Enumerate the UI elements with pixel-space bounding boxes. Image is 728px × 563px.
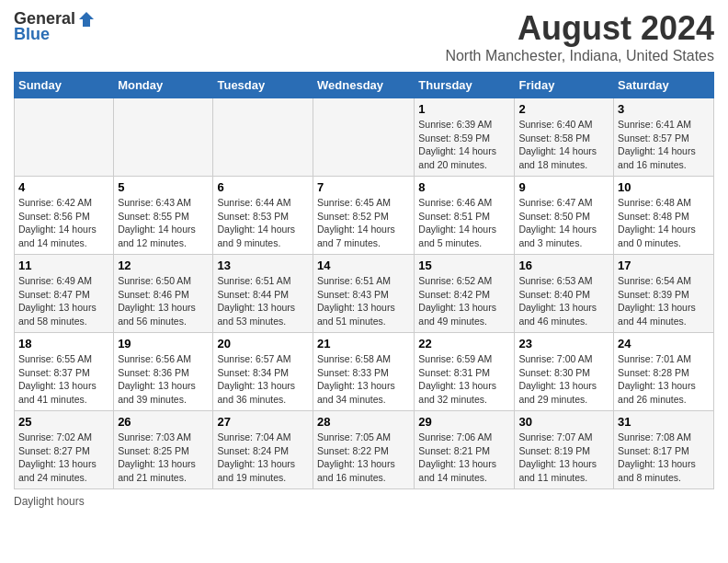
logo-icon bbox=[77, 10, 96, 29]
calendar-cell: 6Sunrise: 6:44 AM Sunset: 8:53 PM Daylig… bbox=[213, 177, 313, 255]
calendar-cell: 7Sunrise: 6:45 AM Sunset: 8:52 PM Daylig… bbox=[313, 177, 415, 255]
day-number: 25 bbox=[18, 415, 109, 429]
cell-content: Sunrise: 7:08 AM Sunset: 8:17 PM Dayligh… bbox=[618, 431, 710, 485]
calendar-header: SundayMondayTuesdayWednesdayThursdayFrid… bbox=[15, 73, 714, 98]
calendar-cell: 22Sunrise: 6:59 AM Sunset: 8:31 PM Dayli… bbox=[415, 333, 515, 411]
day-number: 26 bbox=[118, 415, 209, 429]
day-number: 4 bbox=[18, 180, 109, 194]
day-number: 23 bbox=[518, 337, 609, 350]
day-number: 17 bbox=[618, 259, 710, 272]
calendar-cell: 23Sunrise: 7:00 AM Sunset: 8:30 PM Dayli… bbox=[515, 333, 614, 411]
day-header-saturday: Saturday bbox=[614, 73, 714, 98]
calendar-cell: 2Sunrise: 6:40 AM Sunset: 8:58 PM Daylig… bbox=[515, 98, 614, 177]
day-number: 24 bbox=[618, 337, 710, 350]
cell-content: Sunrise: 7:00 AM Sunset: 8:30 PM Dayligh… bbox=[518, 352, 609, 407]
day-number: 15 bbox=[418, 259, 510, 272]
cell-content: Sunrise: 6:55 AM Sunset: 8:37 PM Dayligh… bbox=[18, 352, 109, 407]
cell-content: Sunrise: 6:44 AM Sunset: 8:53 PM Dayligh… bbox=[217, 196, 309, 250]
cell-content: Sunrise: 7:01 AM Sunset: 8:28 PM Dayligh… bbox=[618, 352, 710, 407]
cell-content: Sunrise: 7:05 AM Sunset: 8:22 PM Dayligh… bbox=[317, 431, 410, 485]
days-header-row: SundayMondayTuesdayWednesdayThursdayFrid… bbox=[15, 73, 714, 98]
calendar-cell: 8Sunrise: 6:46 AM Sunset: 8:51 PM Daylig… bbox=[415, 177, 515, 255]
day-number: 2 bbox=[518, 102, 609, 116]
calendar-week-row: 25Sunrise: 7:02 AM Sunset: 8:27 PM Dayli… bbox=[15, 411, 714, 489]
day-number: 10 bbox=[618, 180, 710, 194]
calendar-cell: 11Sunrise: 6:49 AM Sunset: 8:47 PM Dayli… bbox=[15, 255, 114, 333]
cell-content: Sunrise: 6:58 AM Sunset: 8:33 PM Dayligh… bbox=[317, 352, 410, 407]
day-number: 6 bbox=[217, 180, 309, 194]
calendar-cell: 28Sunrise: 7:05 AM Sunset: 8:22 PM Dayli… bbox=[313, 411, 415, 489]
day-header-tuesday: Tuesday bbox=[213, 73, 313, 98]
day-number: 30 bbox=[518, 415, 609, 429]
day-number: 16 bbox=[518, 259, 609, 272]
calendar-week-row: 18Sunrise: 6:55 AM Sunset: 8:37 PM Dayli… bbox=[15, 333, 714, 411]
title-area: August 2024 North Manchester, Indiana, U… bbox=[445, 9, 714, 64]
calendar-cell: 16Sunrise: 6:53 AM Sunset: 8:40 PM Dayli… bbox=[515, 255, 614, 333]
logo-blue-text: Blue bbox=[14, 25, 50, 44]
day-number: 28 bbox=[317, 415, 410, 429]
cell-content: Sunrise: 6:41 AM Sunset: 8:57 PM Dayligh… bbox=[618, 118, 710, 172]
calendar-cell: 18Sunrise: 6:55 AM Sunset: 8:37 PM Dayli… bbox=[15, 333, 114, 411]
cell-content: Sunrise: 7:07 AM Sunset: 8:19 PM Dayligh… bbox=[518, 431, 609, 485]
calendar-cell: 3Sunrise: 6:41 AM Sunset: 8:57 PM Daylig… bbox=[614, 98, 714, 177]
cell-content: Sunrise: 6:40 AM Sunset: 8:58 PM Dayligh… bbox=[518, 118, 609, 172]
calendar-cell: 24Sunrise: 7:01 AM Sunset: 8:28 PM Dayli… bbox=[614, 333, 714, 411]
calendar-cell: 31Sunrise: 7:08 AM Sunset: 8:17 PM Dayli… bbox=[614, 411, 714, 489]
calendar-cell bbox=[313, 98, 415, 177]
calendar-cell: 14Sunrise: 6:51 AM Sunset: 8:43 PM Dayli… bbox=[313, 255, 415, 333]
day-number: 3 bbox=[618, 102, 710, 116]
calendar-cell: 19Sunrise: 6:56 AM Sunset: 8:36 PM Dayli… bbox=[114, 333, 213, 411]
header: General Blue August 2024 North Mancheste… bbox=[14, 9, 714, 64]
subtitle: North Manchester, Indiana, United States bbox=[445, 48, 714, 64]
day-header-monday: Monday bbox=[114, 73, 213, 98]
calendar-cell bbox=[114, 98, 213, 177]
cell-content: Sunrise: 6:59 AM Sunset: 8:31 PM Dayligh… bbox=[418, 352, 510, 407]
cell-content: Sunrise: 6:56 AM Sunset: 8:36 PM Dayligh… bbox=[118, 352, 209, 407]
day-number: 5 bbox=[118, 180, 209, 194]
day-header-sunday: Sunday bbox=[15, 73, 114, 98]
cell-content: Sunrise: 7:04 AM Sunset: 8:24 PM Dayligh… bbox=[217, 431, 309, 485]
cell-content: Sunrise: 6:50 AM Sunset: 8:46 PM Dayligh… bbox=[118, 274, 209, 328]
calendar-cell: 13Sunrise: 6:51 AM Sunset: 8:44 PM Dayli… bbox=[213, 255, 313, 333]
calendar-cell bbox=[213, 98, 313, 177]
day-number: 29 bbox=[418, 415, 510, 429]
calendar-cell: 21Sunrise: 6:58 AM Sunset: 8:33 PM Dayli… bbox=[313, 333, 415, 411]
logo: General Blue bbox=[14, 9, 96, 44]
cell-content: Sunrise: 6:53 AM Sunset: 8:40 PM Dayligh… bbox=[518, 274, 609, 328]
cell-content: Sunrise: 6:49 AM Sunset: 8:47 PM Dayligh… bbox=[18, 274, 109, 328]
cell-content: Sunrise: 6:48 AM Sunset: 8:48 PM Dayligh… bbox=[618, 196, 710, 250]
footer-note: Daylight hours bbox=[14, 495, 714, 508]
main-title: August 2024 bbox=[445, 9, 714, 48]
calendar-cell bbox=[15, 98, 114, 177]
cell-content: Sunrise: 6:45 AM Sunset: 8:52 PM Dayligh… bbox=[317, 196, 410, 250]
calendar-cell: 26Sunrise: 7:03 AM Sunset: 8:25 PM Dayli… bbox=[114, 411, 213, 489]
calendar-cell: 30Sunrise: 7:07 AM Sunset: 8:19 PM Dayli… bbox=[515, 411, 614, 489]
day-number: 14 bbox=[317, 259, 410, 272]
day-number: 8 bbox=[418, 180, 510, 194]
calendar-cell: 9Sunrise: 6:47 AM Sunset: 8:50 PM Daylig… bbox=[515, 177, 614, 255]
calendar-week-row: 11Sunrise: 6:49 AM Sunset: 8:47 PM Dayli… bbox=[15, 255, 714, 333]
day-number: 18 bbox=[18, 337, 109, 350]
day-number: 12 bbox=[118, 259, 209, 272]
day-header-thursday: Thursday bbox=[415, 73, 515, 98]
calendar-body: 1Sunrise: 6:39 AM Sunset: 8:59 PM Daylig… bbox=[15, 98, 714, 489]
cell-content: Sunrise: 7:03 AM Sunset: 8:25 PM Dayligh… bbox=[118, 431, 209, 485]
day-number: 19 bbox=[118, 337, 209, 350]
calendar-cell: 29Sunrise: 7:06 AM Sunset: 8:21 PM Dayli… bbox=[415, 411, 515, 489]
calendar-table: SundayMondayTuesdayWednesdayThursdayFrid… bbox=[14, 72, 714, 489]
day-number: 1 bbox=[418, 102, 510, 116]
day-number: 7 bbox=[317, 180, 410, 194]
day-number: 20 bbox=[217, 337, 309, 350]
calendar-cell: 25Sunrise: 7:02 AM Sunset: 8:27 PM Dayli… bbox=[15, 411, 114, 489]
calendar-cell: 12Sunrise: 6:50 AM Sunset: 8:46 PM Dayli… bbox=[114, 255, 213, 333]
calendar-cell: 4Sunrise: 6:42 AM Sunset: 8:56 PM Daylig… bbox=[15, 177, 114, 255]
cell-content: Sunrise: 6:51 AM Sunset: 8:43 PM Dayligh… bbox=[317, 274, 410, 328]
daylight-hours-label: Daylight hours bbox=[14, 495, 85, 508]
cell-content: Sunrise: 6:42 AM Sunset: 8:56 PM Dayligh… bbox=[18, 196, 109, 250]
cell-content: Sunrise: 6:43 AM Sunset: 8:55 PM Dayligh… bbox=[118, 196, 209, 250]
day-number: 11 bbox=[18, 259, 109, 272]
day-number: 31 bbox=[618, 415, 710, 429]
day-header-wednesday: Wednesday bbox=[313, 73, 415, 98]
calendar-week-row: 1Sunrise: 6:39 AM Sunset: 8:59 PM Daylig… bbox=[15, 98, 714, 177]
calendar-cell: 10Sunrise: 6:48 AM Sunset: 8:48 PM Dayli… bbox=[614, 177, 714, 255]
